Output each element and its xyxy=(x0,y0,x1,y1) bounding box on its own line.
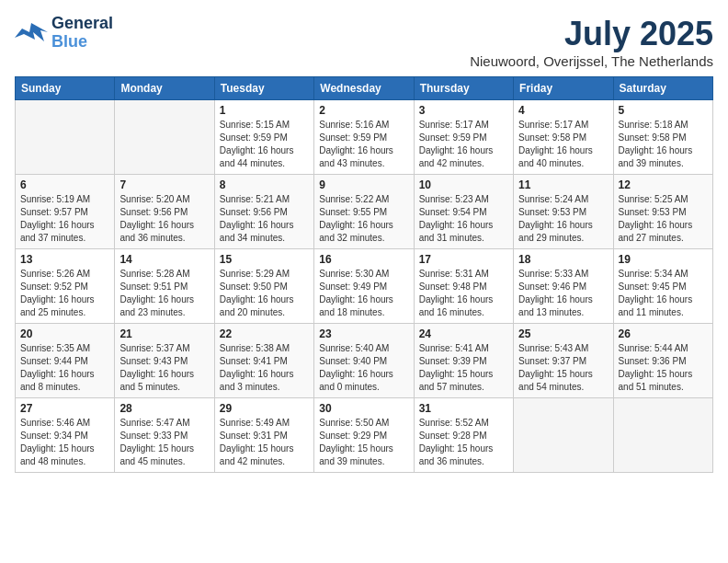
title-block: July 2025 Nieuwoord, Overijssel, The Net… xyxy=(470,15,713,69)
day-number: 10 xyxy=(419,178,508,191)
day-number: 1 xyxy=(220,104,309,117)
svg-marker-0 xyxy=(15,23,48,41)
calendar-cell: 28Sunrise: 5:47 AM Sunset: 9:33 PM Dayli… xyxy=(115,398,214,473)
day-number: 12 xyxy=(619,178,708,191)
day-number: 20 xyxy=(20,327,109,340)
calendar-cell: 4Sunrise: 5:17 AM Sunset: 9:58 PM Daylig… xyxy=(514,100,613,175)
day-info: Sunrise: 5:38 AM Sunset: 9:41 PM Dayligh… xyxy=(220,342,309,394)
day-number: 25 xyxy=(518,327,608,340)
day-info: Sunrise: 5:28 AM Sunset: 9:51 PM Dayligh… xyxy=(119,268,209,319)
day-number: 6 xyxy=(20,178,109,191)
day-info: Sunrise: 5:30 AM Sunset: 9:49 PM Dayligh… xyxy=(319,268,408,319)
weekday-header-saturday: Saturday xyxy=(613,77,712,100)
logo-text: General Blue xyxy=(51,15,113,52)
day-info: Sunrise: 5:29 AM Sunset: 9:50 PM Dayligh… xyxy=(220,268,309,319)
calendar-cell: 17Sunrise: 5:31 AM Sunset: 9:48 PM Dayli… xyxy=(414,249,513,324)
day-info: Sunrise: 5:47 AM Sunset: 9:33 PM Dayligh… xyxy=(119,417,209,468)
weekday-header-sunday: Sunday xyxy=(16,77,115,100)
day-info: Sunrise: 5:23 AM Sunset: 9:54 PM Dayligh… xyxy=(419,193,508,245)
day-number: 19 xyxy=(619,253,708,266)
day-number: 16 xyxy=(319,253,408,266)
calendar-week-row: 1Sunrise: 5:15 AM Sunset: 9:59 PM Daylig… xyxy=(16,100,713,175)
day-info: Sunrise: 5:43 AM Sunset: 9:37 PM Dayligh… xyxy=(518,342,608,394)
day-number: 30 xyxy=(319,402,408,415)
day-info: Sunrise: 5:20 AM Sunset: 9:56 PM Dayligh… xyxy=(119,193,209,245)
calendar-cell: 20Sunrise: 5:35 AM Sunset: 9:44 PM Dayli… xyxy=(16,324,115,398)
day-info: Sunrise: 5:50 AM Sunset: 9:29 PM Dayligh… xyxy=(319,417,408,468)
day-info: Sunrise: 5:33 AM Sunset: 9:46 PM Dayligh… xyxy=(518,268,608,319)
day-number: 31 xyxy=(419,402,508,415)
calendar-cell: 23Sunrise: 5:40 AM Sunset: 9:40 PM Dayli… xyxy=(314,324,414,398)
day-info: Sunrise: 5:31 AM Sunset: 9:48 PM Dayligh… xyxy=(419,268,508,319)
day-number: 3 xyxy=(419,104,508,117)
day-info: Sunrise: 5:25 AM Sunset: 9:53 PM Dayligh… xyxy=(619,193,708,245)
calendar-cell: 9Sunrise: 5:22 AM Sunset: 9:55 PM Daylig… xyxy=(314,175,414,249)
location: Nieuwoord, Overijssel, The Netherlands xyxy=(470,53,713,69)
calendar-cell: 27Sunrise: 5:46 AM Sunset: 9:34 PM Dayli… xyxy=(16,398,115,473)
day-number: 28 xyxy=(119,402,209,415)
day-info: Sunrise: 5:37 AM Sunset: 9:43 PM Dayligh… xyxy=(119,342,209,394)
calendar-cell xyxy=(514,398,613,473)
calendar-week-row: 6Sunrise: 5:19 AM Sunset: 9:57 PM Daylig… xyxy=(16,175,713,249)
day-number: 29 xyxy=(220,402,309,415)
logo-icon xyxy=(15,19,48,47)
day-number: 11 xyxy=(518,178,608,191)
day-info: Sunrise: 5:49 AM Sunset: 9:31 PM Dayligh… xyxy=(220,417,309,468)
day-info: Sunrise: 5:40 AM Sunset: 9:40 PM Dayligh… xyxy=(319,342,408,394)
day-number: 7 xyxy=(119,178,209,191)
calendar-cell: 31Sunrise: 5:52 AM Sunset: 9:28 PM Dayli… xyxy=(414,398,513,473)
day-info: Sunrise: 5:22 AM Sunset: 9:55 PM Dayligh… xyxy=(319,193,408,245)
day-number: 2 xyxy=(319,104,408,117)
calendar-cell: 26Sunrise: 5:44 AM Sunset: 9:36 PM Dayli… xyxy=(613,324,712,398)
day-info: Sunrise: 5:41 AM Sunset: 9:39 PM Dayligh… xyxy=(419,342,508,394)
calendar-week-row: 13Sunrise: 5:26 AM Sunset: 9:52 PM Dayli… xyxy=(16,249,713,324)
day-info: Sunrise: 5:52 AM Sunset: 9:28 PM Dayligh… xyxy=(419,417,508,468)
weekday-header-friday: Friday xyxy=(514,77,613,100)
day-info: Sunrise: 5:21 AM Sunset: 9:56 PM Dayligh… xyxy=(220,193,309,245)
day-number: 17 xyxy=(419,253,508,266)
calendar-cell: 3Sunrise: 5:17 AM Sunset: 9:59 PM Daylig… xyxy=(414,100,513,175)
day-number: 23 xyxy=(319,327,408,340)
day-info: Sunrise: 5:26 AM Sunset: 9:52 PM Dayligh… xyxy=(20,268,109,319)
calendar-cell: 19Sunrise: 5:34 AM Sunset: 9:45 PM Dayli… xyxy=(613,249,712,324)
calendar-cell: 16Sunrise: 5:30 AM Sunset: 9:49 PM Dayli… xyxy=(314,249,414,324)
calendar-week-row: 20Sunrise: 5:35 AM Sunset: 9:44 PM Dayli… xyxy=(16,324,713,398)
day-number: 8 xyxy=(220,178,309,191)
calendar-cell xyxy=(115,100,214,175)
calendar-cell: 5Sunrise: 5:18 AM Sunset: 9:58 PM Daylig… xyxy=(613,100,712,175)
calendar-cell: 15Sunrise: 5:29 AM Sunset: 9:50 PM Dayli… xyxy=(214,249,313,324)
day-number: 4 xyxy=(518,104,608,117)
day-info: Sunrise: 5:18 AM Sunset: 9:58 PM Dayligh… xyxy=(619,119,708,170)
weekday-header-wednesday: Wednesday xyxy=(314,77,414,100)
calendar-cell: 29Sunrise: 5:49 AM Sunset: 9:31 PM Dayli… xyxy=(214,398,313,473)
calendar-cell xyxy=(16,100,115,175)
day-number: 5 xyxy=(619,104,708,117)
calendar-cell: 14Sunrise: 5:28 AM Sunset: 9:51 PM Dayli… xyxy=(115,249,214,324)
logo: General Blue xyxy=(15,15,113,52)
calendar-cell: 24Sunrise: 5:41 AM Sunset: 9:39 PM Dayli… xyxy=(414,324,513,398)
calendar-cell: 6Sunrise: 5:19 AM Sunset: 9:57 PM Daylig… xyxy=(16,175,115,249)
weekday-header-tuesday: Tuesday xyxy=(214,77,313,100)
day-info: Sunrise: 5:15 AM Sunset: 9:59 PM Dayligh… xyxy=(220,119,309,170)
calendar-cell: 11Sunrise: 5:24 AM Sunset: 9:53 PM Dayli… xyxy=(514,175,613,249)
calendar-cell xyxy=(613,398,712,473)
day-info: Sunrise: 5:16 AM Sunset: 9:59 PM Dayligh… xyxy=(319,119,408,170)
weekday-header-thursday: Thursday xyxy=(414,77,513,100)
day-number: 18 xyxy=(518,253,608,266)
calendar-cell: 2Sunrise: 5:16 AM Sunset: 9:59 PM Daylig… xyxy=(314,100,414,175)
day-number: 26 xyxy=(619,327,708,340)
page-header: General Blue July 2025 Nieuwoord, Overij… xyxy=(15,15,713,69)
day-number: 27 xyxy=(20,402,109,415)
calendar-cell: 21Sunrise: 5:37 AM Sunset: 9:43 PM Dayli… xyxy=(115,324,214,398)
calendar-cell: 18Sunrise: 5:33 AM Sunset: 9:46 PM Dayli… xyxy=(514,249,613,324)
day-info: Sunrise: 5:35 AM Sunset: 9:44 PM Dayligh… xyxy=(20,342,109,394)
calendar-cell: 10Sunrise: 5:23 AM Sunset: 9:54 PM Dayli… xyxy=(414,175,513,249)
day-number: 21 xyxy=(119,327,209,340)
day-number: 22 xyxy=(220,327,309,340)
calendar-cell: 25Sunrise: 5:43 AM Sunset: 9:37 PM Dayli… xyxy=(514,324,613,398)
calendar-cell: 1Sunrise: 5:15 AM Sunset: 9:59 PM Daylig… xyxy=(214,100,313,175)
month-title: July 2025 xyxy=(470,15,713,53)
day-number: 15 xyxy=(220,253,309,266)
day-info: Sunrise: 5:17 AM Sunset: 9:59 PM Dayligh… xyxy=(419,119,508,170)
weekday-header-row: SundayMondayTuesdayWednesdayThursdayFrid… xyxy=(16,77,713,100)
